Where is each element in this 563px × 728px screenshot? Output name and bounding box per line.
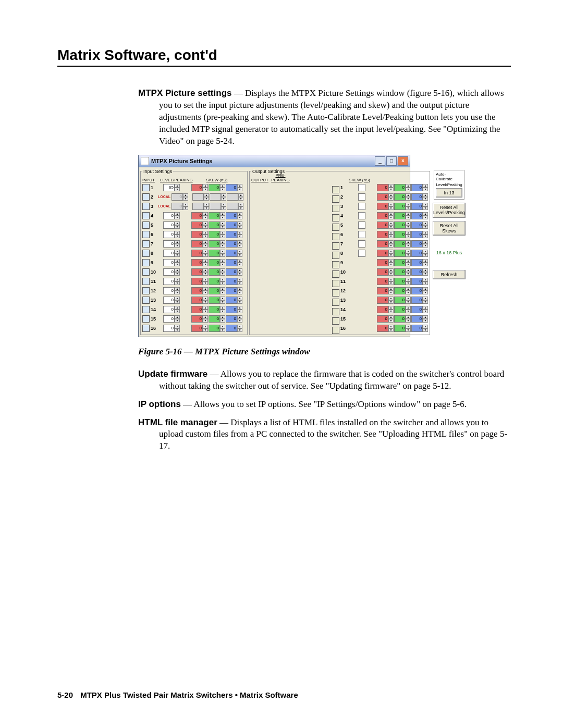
spin-control[interactable]: 0 ▲▼	[191, 297, 208, 304]
spin-down-icon[interactable]: ▼	[423, 216, 428, 219]
spin-down-icon[interactable]: ▼	[423, 310, 428, 313]
spin-control[interactable]: 0 ▲▼	[377, 325, 394, 332]
spin-down-icon[interactable]: ▼	[388, 291, 394, 294]
spin-down-icon[interactable]: ▼	[423, 225, 428, 229]
spin-value[interactable]: 0	[377, 297, 388, 304]
spin-up-icon[interactable]: ▲	[388, 212, 394, 216]
spin-up-icon[interactable]: ▲	[220, 184, 225, 188]
spin-control[interactable]: 0 ▲▼	[191, 221, 208, 229]
spin-down-icon[interactable]: ▼	[175, 328, 180, 332]
spin-up-icon[interactable]: ▲	[388, 287, 394, 291]
spin-control[interactable]: 0 ▲▼	[411, 240, 428, 248]
spin-down-icon[interactable]: ▼	[388, 328, 394, 332]
spin-up-icon[interactable]: ▲	[175, 287, 180, 291]
spin-value[interactable]: 0	[163, 325, 175, 332]
spin-down-icon[interactable]: ▼	[175, 216, 180, 219]
prepeak-checkbox[interactable]	[358, 193, 365, 201]
spin-value[interactable]: 0	[191, 184, 203, 191]
spin-value[interactable]: 0	[226, 278, 237, 285]
spin-down-icon[interactable]: ▼	[220, 272, 225, 276]
spin-value[interactable]: 0	[377, 268, 388, 276]
prepeak-checkbox[interactable]	[358, 212, 365, 219]
spin-control[interactable]: 0 ▲▼	[191, 212, 208, 219]
spin-value[interactable]: 0	[394, 325, 406, 332]
spin-value[interactable]: 0	[226, 231, 237, 238]
spin-down-icon[interactable]: ▼	[406, 272, 411, 276]
spin-up-icon[interactable]: ▲	[406, 297, 411, 300]
spin-down-icon[interactable]: ▼	[388, 300, 394, 304]
spin-value[interactable]: 0	[411, 287, 423, 294]
spin-control[interactable]: 0 ▲▼	[163, 240, 180, 248]
spin-value[interactable]: 0	[411, 278, 423, 285]
close-button[interactable]: ×	[398, 156, 408, 166]
spin-down-icon[interactable]: ▼	[388, 319, 394, 323]
spin-up-icon[interactable]: ▲	[203, 306, 208, 310]
spin-down-icon[interactable]: ▼	[388, 188, 394, 191]
spin-up-icon[interactable]: ▲	[237, 240, 242, 244]
spin-value[interactable]: 0	[191, 278, 203, 285]
spin-control[interactable]: 0 ▲▼	[226, 221, 242, 229]
spin-up-icon[interactable]: ▲	[406, 193, 411, 197]
spin-down-icon[interactable]: ▼	[220, 319, 225, 323]
spin-control[interactable]: 0 ▲▼	[191, 278, 208, 285]
spin-control[interactable]: 0 ▲▼	[163, 221, 180, 229]
spin-control[interactable]: 0 ▲▼	[377, 221, 394, 229]
spin-control[interactable]: 0 ▲▼	[377, 193, 394, 201]
spin-value[interactable]: 0	[163, 240, 175, 248]
spin-up-icon[interactable]: ▲	[406, 203, 411, 206]
spin-down-icon[interactable]: ▼	[388, 244, 394, 248]
spin-down-icon[interactable]: ▼	[183, 197, 188, 201]
spin-up-icon[interactable]: ▲	[238, 203, 243, 206]
spin-up-icon[interactable]: ▲	[237, 325, 242, 328]
minimize-button[interactable]: _	[375, 156, 385, 166]
spin-value[interactable]: 0	[377, 240, 388, 248]
spin-up-icon[interactable]: ▲	[220, 278, 225, 281]
spin-value[interactable]: 0	[411, 184, 423, 191]
spin-down-icon[interactable]: ▼	[423, 235, 428, 238]
spin-control[interactable]: 0 ▲▼	[226, 212, 242, 219]
spin-down-icon[interactable]: ▼	[406, 188, 411, 191]
spin-value[interactable]: 0	[377, 184, 388, 191]
spin-control[interactable]: 0 ▲▼	[411, 184, 428, 191]
spin-control[interactable]: 0 ▲▼	[411, 259, 428, 266]
spin-control[interactable]: 0 ▲▼	[226, 184, 242, 191]
spin-value[interactable]: 0	[226, 306, 237, 313]
spin-down-icon[interactable]: ▼	[423, 272, 428, 276]
spin-up-icon[interactable]: ▲	[237, 250, 242, 253]
spin-down-icon[interactable]: ▼	[220, 216, 225, 219]
spin-control[interactable]: 0 ▲▼	[191, 184, 208, 191]
spin-control[interactable]: 0 ▲▼	[411, 297, 428, 304]
spin-value[interactable]: 0	[394, 268, 406, 276]
spin-up-icon[interactable]: ▲	[406, 306, 411, 310]
spin-control[interactable]: 65 ▲▼	[163, 184, 180, 191]
spin-control[interactable]: 0 ▲▼	[163, 250, 180, 257]
spin-control[interactable]: 0 ▲▼	[163, 315, 180, 323]
spin-control[interactable]: 0 ▲▼	[209, 306, 225, 313]
spin-down-icon[interactable]: ▼	[203, 235, 208, 238]
prepeak-checkbox[interactable]	[358, 221, 365, 229]
spin-up-icon[interactable]: ▲	[175, 221, 180, 225]
spin-control[interactable]: 0 ▲▼	[394, 240, 411, 248]
spin-value[interactable]	[192, 193, 204, 201]
spin-control[interactable]: 0 ▲▼	[377, 250, 394, 257]
spin-down-icon[interactable]: ▼	[388, 272, 394, 276]
spin-control[interactable]: 0 ▲▼	[394, 278, 411, 285]
spin-control[interactable]: 0 ▲▼	[226, 250, 242, 257]
spin-down-icon[interactable]: ▼	[175, 272, 180, 276]
spin-control[interactable]: 0 ▲▼	[209, 315, 225, 323]
spin-down-icon[interactable]: ▼	[423, 281, 428, 285]
spin-down-icon[interactable]: ▼	[388, 216, 394, 219]
spin-control[interactable]: 0 ▲▼	[411, 231, 428, 238]
spin-down-icon[interactable]: ▼	[237, 291, 242, 294]
spin-down-icon[interactable]: ▼	[175, 253, 180, 257]
spin-up-icon[interactable]: ▲	[388, 297, 394, 300]
spin-control[interactable]: 0 ▲▼	[209, 259, 225, 266]
spin-down-icon[interactable]: ▼	[203, 291, 208, 294]
spin-down-icon[interactable]: ▼	[388, 225, 394, 229]
spin-down-icon[interactable]: ▼	[388, 253, 394, 257]
spin-value[interactable]: 0	[411, 250, 423, 257]
spin-up-icon[interactable]: ▲	[237, 287, 242, 291]
spin-down-icon[interactable]: ▼	[203, 300, 208, 304]
spin-up-icon[interactable]: ▲	[220, 221, 225, 225]
spin-up-icon[interactable]: ▲	[221, 193, 226, 197]
